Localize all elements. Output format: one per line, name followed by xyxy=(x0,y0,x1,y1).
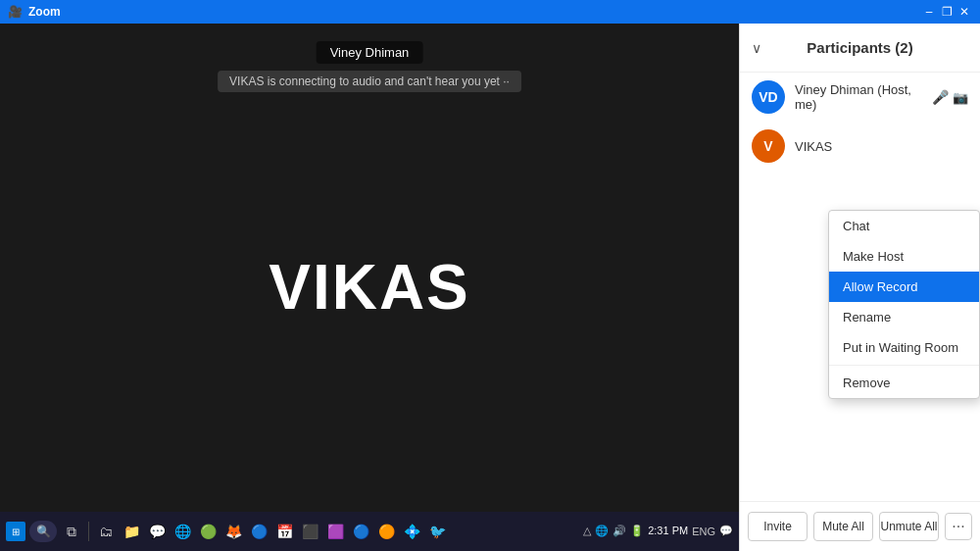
participant-list: VD Viney Dhiman (Host, me) 🎤 📷 V VIKAS C… xyxy=(740,73,980,501)
video-muted-icon: 📷 xyxy=(953,90,968,105)
close-button[interactable]: ✕ xyxy=(956,4,972,20)
app-name: Zoom xyxy=(28,5,61,19)
battery-icon: 🔋 xyxy=(630,525,644,537)
context-menu-divider xyxy=(829,365,979,366)
avatar: V xyxy=(752,129,785,163)
taskbar-zoom-icon[interactable]: 💠 xyxy=(401,521,422,542)
video-status-message: VIKAS is connecting to audio and can't h… xyxy=(218,71,521,92)
taskbar-icon-11[interactable]: 🔵 xyxy=(350,521,371,542)
mute-all-button[interactable]: Mute All xyxy=(813,512,873,541)
restore-button[interactable]: ❐ xyxy=(939,4,955,20)
taskbar-icon-3[interactable]: 💬 xyxy=(146,521,168,542)
network-icon: 🌐 xyxy=(595,525,609,537)
taskbar-time: 2:31 PM xyxy=(648,524,688,538)
context-menu-make-host[interactable]: Make Host xyxy=(829,241,979,272)
taskbar-icon-10[interactable]: 🟪 xyxy=(324,521,346,542)
taskbar: ⊞ 🔍 ⧉ 🗂 📁 💬 🌐 🟢 🦊 🔵 📅 ⬛ 🟪 🔵 🟠 💠 🐦 △ 🌐 🔊 … xyxy=(0,512,739,551)
panel-footer: Invite Mute All Unmute All ··· xyxy=(740,501,980,551)
notification-icon[interactable]: 💬 xyxy=(719,525,733,537)
context-menu-remove[interactable]: Remove xyxy=(829,368,979,398)
taskview-button[interactable]: ⧉ xyxy=(61,521,82,542)
taskbar-icon-1[interactable]: 🗂 xyxy=(95,521,117,542)
clock-time: 2:31 PM xyxy=(648,524,688,538)
search-button[interactable]: 🔍 xyxy=(29,521,57,542)
context-menu-waiting-room[interactable]: Put in Waiting Room xyxy=(829,332,979,363)
more-options-button[interactable]: ··· xyxy=(945,513,972,540)
language-indicator: ENG xyxy=(692,526,715,537)
context-menu-chat[interactable]: Chat xyxy=(829,211,979,241)
system-tray-chevron[interactable]: △ xyxy=(583,525,591,537)
zoom-logo-icon: 🎥 xyxy=(8,5,23,19)
panel-header: ∨ Participants (2) xyxy=(740,24,980,73)
taskbar-icon-13[interactable]: 🐦 xyxy=(426,521,448,542)
title-bar-controls: – ❐ ✕ xyxy=(921,4,972,20)
participant-name: Viney Dhiman (Host, me) xyxy=(795,82,922,112)
main-layout: Viney Dhiman VIKAS is connecting to audi… xyxy=(0,24,980,551)
taskbar-icon-6[interactable]: 🦊 xyxy=(222,521,244,542)
participants-panel: ∨ Participants (2) VD Viney Dhiman (Host… xyxy=(739,24,980,551)
taskbar-icon-4[interactable]: 🌐 xyxy=(172,521,193,542)
volume-icon: 🔊 xyxy=(612,525,626,537)
video-name-badge: Viney Dhiman xyxy=(317,41,423,64)
mic-icon: 🎤 xyxy=(932,89,949,105)
title-bar: 🎥 Zoom – ❐ ✕ xyxy=(0,0,980,24)
participant-item[interactable]: V VIKAS Chat Make Host Allow Record Rena… xyxy=(740,122,980,171)
panel-title: Participants (2) xyxy=(807,39,912,56)
taskbar-icon-9[interactable]: ⬛ xyxy=(299,521,320,542)
invite-button[interactable]: Invite xyxy=(748,512,808,541)
taskbar-icon-7[interactable]: 🔵 xyxy=(248,521,270,542)
taskbar-icon-2[interactable]: 📁 xyxy=(121,521,142,542)
unmute-all-button[interactable]: Unmute All xyxy=(879,512,939,541)
context-menu: Chat Make Host Allow Record Rename Put i… xyxy=(828,210,980,399)
panel-collapse-button[interactable]: ∨ xyxy=(752,40,761,56)
title-bar-left: 🎥 Zoom xyxy=(8,5,61,19)
context-menu-allow-record[interactable]: Allow Record xyxy=(829,272,979,302)
status-text: VIKAS is connecting to audio and can't h… xyxy=(229,75,510,88)
taskbar-right: △ 🌐 🔊 🔋 2:31 PM ENG 💬 xyxy=(583,524,733,538)
context-menu-rename[interactable]: Rename xyxy=(829,302,979,332)
minimize-button[interactable]: – xyxy=(921,4,937,20)
participant-name-large: VIKAS xyxy=(269,251,470,324)
participant-name: VIKAS xyxy=(795,139,968,154)
participant-item[interactable]: VD Viney Dhiman (Host, me) 🎤 📷 xyxy=(740,73,980,122)
taskbar-icon-8[interactable]: 📅 xyxy=(273,521,295,542)
taskbar-icon-12[interactable]: 🟠 xyxy=(375,521,397,542)
taskbar-icon-5[interactable]: 🟢 xyxy=(197,521,219,542)
taskbar-divider xyxy=(88,522,89,541)
avatar: VD xyxy=(752,80,785,114)
participant-icons: 🎤 📷 xyxy=(932,89,968,105)
start-button[interactable]: ⊞ xyxy=(6,522,25,541)
video-area: Viney Dhiman VIKAS is connecting to audi… xyxy=(0,24,739,551)
